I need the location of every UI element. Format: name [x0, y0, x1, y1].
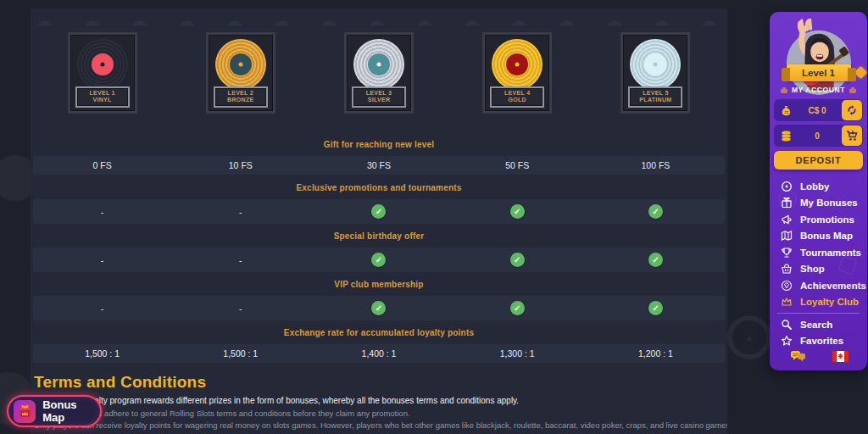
- table-cell: -: [33, 207, 171, 217]
- level-plaque: LEVEL 1 VINYL: [75, 86, 130, 108]
- level-tier: PLATINUM: [630, 97, 681, 103]
- chat-button[interactable]: [790, 350, 806, 366]
- table-cell: ✓: [587, 204, 725, 219]
- sidebar-item-favorites[interactable]: Favorites: [770, 333, 867, 350]
- table-cell: 1,400 : 1: [309, 348, 448, 359]
- check-icon: ✓: [371, 253, 386, 267]
- table-row-gift: 0 FS 10 FS 30 FS 50 FS 100 FS: [33, 156, 725, 175]
- terms-line: Only players can receive loyalty points …: [34, 420, 727, 430]
- star-icon: [781, 335, 793, 347]
- level-card-silver: LEVEL 3 SILVER: [344, 32, 414, 114]
- table-cell: ✓: [448, 253, 587, 267]
- bronze-record-icon: [215, 39, 266, 90]
- sidebar-item-loyalty-club[interactable]: Loyalty Club: [770, 294, 867, 311]
- gift-crown-icon: [14, 400, 36, 423]
- table-section-header: Gift for reaching new level: [31, 140, 727, 149]
- level-card-bronze: LEVEL 2 BRONZE: [206, 32, 275, 114]
- sidebar-item-my-bonuses[interactable]: My Bonuses: [770, 195, 867, 212]
- table-cell: ✓: [309, 204, 448, 219]
- table-cell: -: [33, 303, 171, 314]
- cash-balance-row: C$ 0: [774, 99, 863, 121]
- gem-icon: [781, 280, 793, 292]
- panel-decorative-border: [31, 8, 727, 25]
- table-section-header: Special birthday offer: [31, 231, 727, 241]
- table-row-exchange: 1,500 : 1 1,500 : 1 1,400 : 1 1,300 : 1 …: [33, 344, 725, 363]
- table-cell: 1,500 : 1: [33, 348, 171, 359]
- table-cell: -: [171, 207, 309, 217]
- gold-record-icon: [492, 39, 542, 90]
- coins-balance-row: 0: [774, 125, 863, 147]
- level-name: LEVEL 4: [492, 90, 542, 97]
- trophy-icon: [781, 247, 793, 259]
- gem-decoration-icon: [854, 66, 868, 80]
- table-cell: 100 FS: [587, 160, 725, 170]
- sidebar-item-achievements[interactable]: Achievements: [770, 277, 867, 294]
- sidebar-item-tournaments[interactable]: Tournaments: [770, 244, 867, 261]
- check-icon: ✓: [510, 204, 525, 219]
- table-cell: 1,500 : 1: [171, 348, 309, 359]
- sidebar-item-promotions[interactable]: Promotions: [770, 211, 867, 228]
- level-tier: BRONZE: [215, 97, 266, 103]
- coin-shop-button[interactable]: [842, 125, 862, 146]
- level-card-platinum: LEVEL 5 PLATINUM: [620, 32, 690, 114]
- check-icon: ✓: [648, 204, 663, 219]
- table-cell: ✓: [587, 301, 725, 315]
- level-name: LEVEL 1: [77, 90, 128, 97]
- level-tier: GOLD: [492, 97, 542, 103]
- table-cell: 0 FS: [33, 160, 171, 170]
- rock-horns-icon: [781, 86, 787, 93]
- silver-record-icon: [353, 39, 404, 90]
- check-icon: ✓: [648, 301, 663, 315]
- crown-icon: [781, 296, 793, 308]
- refresh-exchange-icon: [846, 104, 858, 116]
- check-icon: ✓: [371, 204, 386, 219]
- level-plaque: LEVEL 3 SILVER: [352, 86, 406, 108]
- level-plaque: LEVEL 2 BRONZE: [214, 86, 268, 108]
- sidebar-menu: Lobby My Bonuses Promotions Bonus Map To…: [770, 178, 867, 349]
- terms-intro: Rolling Slots loyalty program rewards di…: [34, 396, 727, 405]
- bonus-map-button[interactable]: Bonus Map: [7, 395, 102, 427]
- vinyl-record-icon: [77, 39, 128, 90]
- exchange-button[interactable]: [842, 100, 862, 120]
- table-cell: ✓: [587, 253, 725, 267]
- search-icon: [781, 319, 793, 331]
- chat-bubbles-icon: [790, 350, 806, 363]
- table-cell: 30 FS: [309, 160, 448, 170]
- cash-balance-value: C$ 0: [793, 106, 842, 115]
- terms-line: All customers must adhere to general Rol…: [34, 409, 727, 418]
- sidebar-item-search[interactable]: Search: [770, 316, 867, 333]
- map-icon: [781, 230, 793, 242]
- my-account-label: MY ACCOUNT: [792, 86, 845, 94]
- table-cell: -: [171, 303, 309, 314]
- table-row-birthday: - - ✓ ✓ ✓: [33, 248, 725, 272]
- terms-and-conditions-section: Terms and Conditions Rolling Slots loyal…: [31, 363, 727, 434]
- level-tier: VINYL: [77, 97, 128, 103]
- coins-stack-icon: [780, 130, 793, 142]
- sidebar-item-bonus-map[interactable]: Bonus Map: [770, 228, 867, 245]
- sidebar-item-shop[interactable]: Shop: [770, 261, 867, 278]
- sidebar-item-lobby[interactable]: Lobby: [770, 178, 867, 195]
- level-tier: SILVER: [353, 97, 404, 103]
- level-card-vinyl: LEVEL 1 VINYL: [68, 32, 137, 114]
- my-account-button[interactable]: MY ACCOUNT: [770, 86, 867, 94]
- table-cell: 50 FS: [448, 160, 587, 170]
- table-section-header: Exchange rate for accumulated loyalty po…: [31, 328, 727, 337]
- check-icon: ✓: [510, 301, 525, 315]
- level-cards-row: LEVEL 1 VINYL LEVEL 2 BRONZE LEVEL 3 SIL…: [33, 32, 725, 114]
- table-cell: 10 FS: [171, 160, 309, 170]
- level-plaque: LEVEL 5 PLATINUM: [628, 86, 682, 108]
- shopping-cart-icon: [846, 130, 858, 142]
- check-icon: ✓: [371, 301, 386, 315]
- canada-flag-icon: [832, 351, 849, 362]
- table-cell: ✓: [448, 204, 587, 219]
- table-section-header: VIP club membership: [31, 280, 727, 289]
- disc-icon: [781, 181, 793, 192]
- deposit-button[interactable]: DEPOSIT: [774, 151, 863, 170]
- money-bag-icon: [780, 104, 793, 117]
- rock-horns-icon: [849, 86, 856, 93]
- platinum-record-icon: [630, 39, 681, 90]
- coins-balance-value: 0: [793, 131, 842, 141]
- language-selector[interactable]: [832, 350, 849, 366]
- table-row-vip: - - ✓ ✓ ✓: [33, 296, 725, 320]
- table-cell: ✓: [309, 301, 448, 315]
